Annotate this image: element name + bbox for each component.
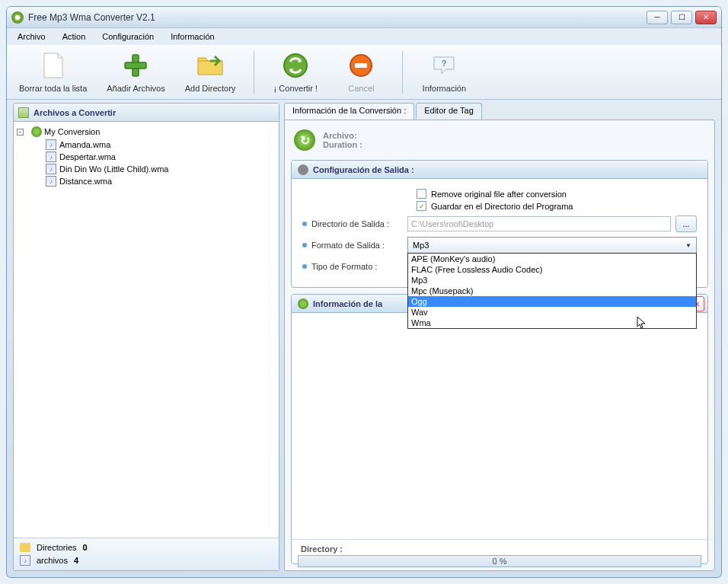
gear-icon — [298, 164, 308, 175]
folder-icon — [20, 543, 30, 552]
files-footer: Directories0 ♪archivos4 — [14, 538, 279, 570]
format-option[interactable]: Ogg — [408, 296, 696, 307]
page-icon — [40, 52, 67, 79]
tab-content: Archivo: Duration : Configuración de Sal… — [284, 120, 715, 571]
tree-file[interactable]: ♪Despertar.wma — [17, 151, 276, 163]
menu-archivo[interactable]: Archivo — [10, 30, 53, 43]
audio-file-icon: ♪ — [46, 139, 56, 150]
maximize-button[interactable]: ☐ — [671, 11, 692, 24]
tab-conversion-info[interactable]: Información de la Conversión : — [284, 103, 414, 120]
svg-text:?: ? — [442, 59, 447, 68]
menu-informacion[interactable]: Información — [163, 30, 222, 43]
app-window: Free Mp3 Wma Converter V2.1 ─ ☐ ✕ Archiv… — [6, 6, 722, 578]
format-option[interactable]: Mp3 — [408, 275, 696, 286]
close-button[interactable]: ✕ — [695, 11, 717, 24]
add-files-button[interactable]: Añadir Archivos — [99, 49, 172, 96]
bullet-icon — [302, 222, 307, 226]
files-panel-header: Archivos a Convertir — [14, 104, 279, 122]
checkbox-icon[interactable] — [417, 189, 426, 199]
add-directory-button[interactable]: Add Directory — [177, 49, 244, 96]
output-format-combo[interactable]: Mp3 APE (MonKey's audio) FLAC (Free Loss… — [407, 237, 697, 254]
file-tree[interactable]: - My Conversion ♪Amanda.wma ♪Despertar.w… — [14, 122, 279, 538]
track-info-section: Información de la ▭ ✕ Directory : 0 % — [291, 294, 708, 564]
app-icon — [11, 11, 24, 24]
tree-root[interactable]: - My Conversion — [17, 125, 276, 139]
audio-file-icon: ♪ — [46, 176, 56, 187]
audio-file-icon: ♪ — [20, 555, 30, 566]
tab-bar: Información de la Conversión : Editor de… — [284, 103, 715, 120]
format-type-label: Tipo de Formato : — [311, 262, 403, 271]
convert-icon — [294, 129, 315, 151]
output-config-header: Configuración de Salida : — [292, 161, 707, 179]
output-config-section: Configuración de Salida : Remove origina… — [291, 160, 708, 288]
format-option[interactable]: Wma — [408, 318, 696, 328]
expand-icon[interactable]: - — [17, 129, 24, 136]
window-title: Free Mp3 Wma Converter V2.1 — [28, 12, 647, 23]
tree-file[interactable]: ♪Distance.wma — [17, 175, 276, 187]
output-dir-label: Directorio de Salida : — [311, 219, 403, 228]
convert-button[interactable]: ¡ Convertir ! — [265, 49, 326, 96]
output-dir-input[interactable] — [407, 216, 671, 231]
bullet-icon — [302, 243, 307, 247]
bullet-icon — [302, 264, 307, 269]
format-option[interactable]: Mpc (Musepack) — [408, 286, 696, 296]
conversion-icon — [31, 126, 42, 137]
output-format-label: Formato de Salida : — [311, 241, 403, 250]
folder-icon — [196, 52, 224, 79]
progress-bar: 0 % — [298, 555, 701, 567]
conversion-info-row: Archivo: Duration : — [291, 126, 708, 154]
toolbar-separator — [402, 51, 403, 94]
tree-file[interactable]: ♪Din Din Wo (Little Child).wma — [17, 163, 276, 175]
list-icon — [18, 107, 29, 118]
minimize-button[interactable]: ─ — [647, 11, 668, 24]
cancel-icon — [347, 52, 375, 79]
toolbar-separator — [254, 51, 254, 94]
track-icon — [298, 298, 308, 309]
right-panel: Información de la Conversión : Editor de… — [284, 103, 715, 571]
tree-file[interactable]: ♪Amanda.wma — [17, 139, 276, 151]
help-icon: ? — [430, 52, 458, 79]
cancel-button[interactable]: Cancel — [330, 49, 391, 96]
format-dropdown: APE (MonKey's audio) FLAC (Free Lossless… — [407, 253, 697, 329]
convert-icon — [282, 52, 309, 79]
plus-icon — [122, 52, 149, 79]
menu-action[interactable]: Action — [55, 30, 94, 43]
tab-tag-editor[interactable]: Editor de Tag — [416, 103, 482, 120]
clear-list-button[interactable]: Borrar toda la lista — [11, 49, 94, 96]
format-option[interactable]: FLAC (Free Lossless Audio Codec) — [408, 264, 696, 275]
format-option[interactable]: APE (MonKey's audio) — [408, 254, 696, 264]
audio-file-icon: ♪ — [46, 164, 56, 174]
files-panel: Archivos a Convertir - My Conversion ♪Am… — [13, 103, 279, 571]
info-button[interactable]: ? Información — [413, 49, 474, 96]
directory-label: Directory : — [298, 543, 701, 555]
menu-configuracion[interactable]: Configuración — [94, 30, 161, 43]
svg-rect-4 — [355, 63, 367, 68]
browse-dir-button[interactable]: ... — [675, 215, 697, 232]
titlebar: Free Mp3 Wma Converter V2.1 ─ ☐ ✕ — [7, 7, 721, 28]
save-program-dir-checkbox[interactable]: ✓ Guardar en el Directorio del Programa — [417, 201, 697, 211]
checkbox-icon[interactable]: ✓ — [417, 201, 426, 211]
remove-original-checkbox[interactable]: Remove original file after conversion — [417, 189, 697, 199]
format-option[interactable]: Wav — [408, 307, 696, 318]
menubar: Archivo Action Configuración Información — [7, 28, 721, 45]
toolbar: Borrar toda la lista Añadir Archivos Add… — [7, 45, 721, 100]
svg-rect-1 — [125, 62, 146, 69]
audio-file-icon: ♪ — [46, 152, 56, 162]
